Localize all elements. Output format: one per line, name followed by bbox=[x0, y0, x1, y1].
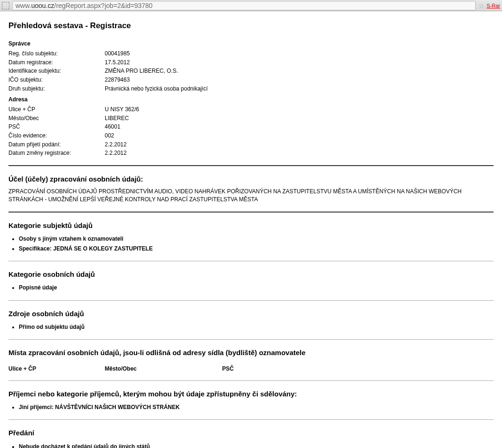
kat-osobnich-heading: Kategorie osobních údajů bbox=[8, 270, 494, 279]
prijemci-list: Jiní příjemci: NÁVŠTĚVNÍCI NAŠICH WEBOVÝ… bbox=[11, 402, 494, 412]
field-value: LIBEREC bbox=[105, 114, 494, 123]
field-value: ZMĚNA PRO LIBEREC, O.S. bbox=[105, 67, 494, 76]
table-row: Datum registrace:17.5.2012 bbox=[8, 58, 494, 67]
kat-subjektu-heading: Kategorie subjektů údajů bbox=[8, 221, 494, 230]
spravce-table: Reg. číslo subjektu:00041985 Datum regis… bbox=[8, 49, 494, 93]
section-divider bbox=[8, 339, 494, 340]
spravce-heading: Správce bbox=[8, 40, 494, 47]
table-row: Reg. číslo subjektu:00041985 bbox=[8, 49, 494, 58]
table-row: Číslo evidence:002 bbox=[8, 131, 494, 140]
predani-list: Nebude docházet k předání údajů do jinýc… bbox=[11, 442, 494, 448]
field-value: 46001 bbox=[105, 122, 494, 131]
field-label: Reg. číslo subjektu: bbox=[8, 49, 105, 58]
section-divider bbox=[8, 261, 494, 261]
field-value: 00041985 bbox=[105, 49, 494, 58]
field-value: Právnická nebo fyzická osoba podnikající bbox=[105, 84, 494, 93]
url-path: /regReport.aspx?job=2&id=93780 bbox=[54, 2, 153, 9]
field-label: Číslo evidence: bbox=[8, 131, 105, 140]
adresa-table: Ulice + ČPU NISY 362/6 Město/ObecLIBEREC… bbox=[8, 105, 494, 158]
table-row: IČO subjektu:22879463 bbox=[8, 76, 494, 84]
table-row: PSČ46001 bbox=[8, 122, 494, 131]
kat-osobnich-list: Popisné údaje bbox=[11, 283, 494, 292]
field-label: IČO subjektu: bbox=[8, 76, 105, 84]
predani-heading: Předání bbox=[8, 428, 494, 438]
zdroje-heading: Zdroje osobních údajů bbox=[8, 309, 494, 319]
ucel-text: ZPRACOVÁNÍ OSOBNÍCH ÚDAJŮ PROSTŘEDNICTVÍ… bbox=[8, 188, 494, 204]
url-input[interactable]: www.uoou.cz/regReport.aspx?job=2&id=9378… bbox=[12, 1, 476, 10]
col-ulice: Ulice + ČP bbox=[8, 365, 105, 372]
field-value: 22879463 bbox=[105, 76, 494, 84]
field-value: 2.2.2012 bbox=[105, 149, 494, 158]
list-item: Osoby s jiným vztahem k oznamovateli bbox=[19, 234, 494, 243]
field-label: Datum registrace: bbox=[8, 58, 105, 67]
field-value: U NISY 362/6 bbox=[105, 105, 494, 114]
field-label: Datum přijetí podání: bbox=[8, 140, 105, 149]
table-row: Město/ObecLIBEREC bbox=[8, 114, 494, 123]
field-label: Ulice + ČP bbox=[8, 105, 105, 114]
field-value: 17.5.2012 bbox=[105, 58, 494, 67]
col-psc: PSČ bbox=[222, 365, 494, 372]
section-divider bbox=[8, 212, 494, 213]
table-row: Datum přijetí podání:2.2.2012 bbox=[8, 140, 494, 149]
list-item: Popisné údaje bbox=[19, 283, 494, 292]
section-divider bbox=[8, 165, 494, 166]
field-label: Druh subjektu: bbox=[8, 84, 105, 93]
table-row: Ulice + ČPU NISY 362/6 bbox=[8, 105, 494, 114]
kat-subjektu-list: Osoby s jiným vztahem k oznamovateli Spe… bbox=[11, 234, 494, 253]
url-domain: uoou.cz bbox=[31, 2, 54, 9]
adresa-heading: Adresa bbox=[8, 96, 494, 103]
field-label: Datum změny registrace: bbox=[8, 149, 105, 158]
field-value: 2.2.2012 bbox=[105, 140, 494, 149]
url-prefix: www. bbox=[15, 2, 31, 9]
section-divider bbox=[8, 380, 494, 381]
table-row: Datum změny registrace:2.2.2012 bbox=[8, 149, 494, 158]
page-title: Přehledová sestava - Registrace bbox=[8, 21, 494, 31]
col-mesto: Město/Obec bbox=[105, 365, 222, 372]
section-divider bbox=[8, 419, 494, 420]
field-label: PSČ bbox=[8, 122, 105, 131]
table-row: Identifikace subjektu:ZMĚNA PRO LIBEREC,… bbox=[8, 67, 494, 76]
favicon-placeholder-icon bbox=[2, 2, 9, 9]
page-content: Přehledová sestava - Registrace Správce … bbox=[0, 11, 502, 448]
list-item: Jiní příjemci: NÁVŠTĚVNÍCI NAŠICH WEBOVÝ… bbox=[19, 402, 494, 412]
field-label: Město/Obec bbox=[8, 114, 105, 123]
mista-columns: Ulice + ČP Město/Obec PSČ bbox=[8, 365, 494, 372]
list-item: Nebude docházet k předání údajů do jinýc… bbox=[19, 442, 494, 448]
browser-address-bar: www.uoou.cz/regReport.aspx?job=2&id=9378… bbox=[0, 0, 502, 11]
prijemci-heading: Příjemci nebo kategorie příjemců, kterým… bbox=[8, 389, 494, 399]
table-row: Druh subjektu:Právnická nebo fyzická oso… bbox=[8, 84, 494, 93]
section-divider bbox=[8, 300, 494, 301]
list-item: Přímo od subjektu údajů bbox=[19, 322, 494, 332]
zdroje-list: Přímo od subjektu údajů bbox=[11, 322, 494, 332]
srank-badge[interactable]: S-Rar bbox=[487, 3, 500, 8]
field-label: Identifikace subjektu: bbox=[8, 67, 105, 76]
ucel-heading: Účel (účely) zpracování osobních údajů: bbox=[8, 175, 494, 184]
bookmark-star-icon[interactable]: ☆ bbox=[479, 2, 485, 9]
mista-heading: Místa zpracování osobních údajů, jsou-li… bbox=[8, 348, 494, 357]
field-value: 002 bbox=[105, 131, 494, 140]
list-item: Specifikace: JEDNÁ SE O KOLEGY ZASTUPITE… bbox=[19, 244, 494, 253]
